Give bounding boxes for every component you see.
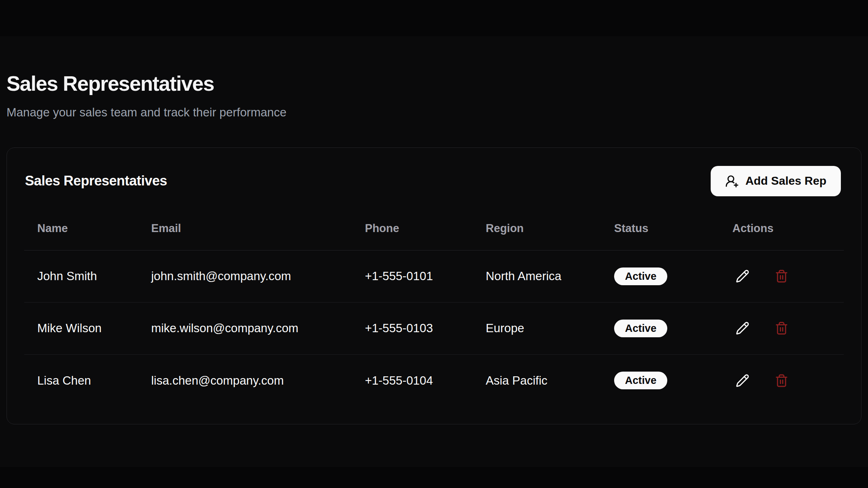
add-sales-rep-button-label: Add Sales Rep — [745, 174, 826, 188]
phone-cell: +1-555-0101 — [352, 269, 473, 283]
column-header-region: Region — [473, 222, 601, 235]
delete-button[interactable] — [771, 266, 792, 286]
status-cell: Active — [601, 267, 719, 285]
table-row: Lisa Chen lisa.chen@company.com +1-555-0… — [24, 355, 844, 407]
status-badge: Active — [614, 267, 667, 285]
trash-icon — [775, 321, 788, 335]
trash-icon — [775, 269, 788, 283]
page-content: Sales Representatives Manage your sales … — [0, 36, 868, 467]
actions-cell — [719, 266, 844, 286]
trash-icon — [775, 374, 788, 388]
delete-button[interactable] — [771, 318, 792, 338]
edit-button[interactable] — [732, 266, 753, 286]
pencil-icon — [736, 269, 749, 283]
user-plus-icon — [725, 174, 739, 188]
edit-button[interactable] — [732, 371, 753, 391]
region-cell: Europe — [473, 321, 601, 335]
column-header-name: Name — [24, 222, 138, 235]
actions-cell — [719, 318, 844, 338]
status-cell: Active — [601, 372, 719, 389]
pencil-icon — [736, 321, 749, 335]
email-cell: lisa.chen@company.com — [138, 374, 352, 388]
column-header-status: Status — [601, 222, 719, 235]
phone-cell: +1-555-0104 — [352, 374, 473, 388]
column-header-phone: Phone — [352, 222, 473, 235]
table-row: John Smith john.smith@company.com +1-555… — [24, 251, 844, 303]
name-cell: Lisa Chen — [24, 374, 138, 388]
card-header: Sales Representatives Add Sales Rep — [7, 148, 861, 196]
name-cell: Mike Wilson — [24, 321, 138, 335]
region-cell: Asia Pacific — [473, 374, 601, 388]
edit-button[interactable] — [732, 318, 753, 338]
status-cell: Active — [601, 320, 719, 337]
column-header-email: Email — [138, 222, 352, 235]
region-cell: North America — [473, 269, 601, 283]
page-header: Sales Representatives Manage your sales … — [7, 73, 861, 119]
email-cell: mike.wilson@company.com — [138, 321, 352, 335]
status-badge: Active — [614, 320, 667, 337]
card-title: Sales Representatives — [25, 173, 167, 189]
delete-button[interactable] — [771, 371, 792, 391]
table-body: John Smith john.smith@company.com +1-555… — [24, 251, 844, 407]
table-header-row: NameEmailPhoneRegionStatusActions — [24, 207, 844, 251]
email-cell: john.smith@company.com — [138, 269, 352, 283]
table-row: Mike Wilson mike.wilson@company.com +1-5… — [24, 303, 844, 355]
actions-cell — [719, 371, 844, 391]
sales-reps-table: NameEmailPhoneRegionStatusActions John S… — [24, 207, 844, 407]
pencil-icon — [736, 374, 749, 388]
status-badge: Active — [614, 372, 667, 389]
name-cell: John Smith — [24, 269, 138, 283]
phone-cell: +1-555-0103 — [352, 321, 473, 335]
sales-reps-card: Sales Representatives Add Sales Rep Name… — [7, 147, 861, 424]
page-subtitle: Manage your sales team and track their p… — [7, 106, 861, 119]
column-header-actions: Actions — [719, 222, 844, 235]
page-title: Sales Representatives — [7, 73, 861, 95]
add-sales-rep-button[interactable]: Add Sales Rep — [711, 166, 841, 196]
